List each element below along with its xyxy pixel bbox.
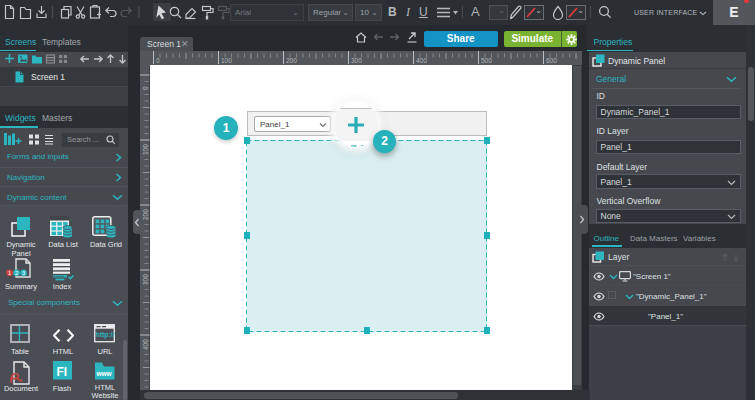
svg-text:www: www (96, 370, 113, 377)
svg-text:100: 100 (221, 57, 232, 64)
svg-text:500: 500 (481, 57, 492, 64)
svg-text:0: 0 (156, 57, 160, 64)
svg-text:200: 200 (286, 57, 297, 64)
svg-text:400: 400 (416, 57, 427, 64)
svg-text:1: 1 (8, 270, 11, 276)
svg-text:600: 600 (546, 57, 557, 64)
svg-text:2: 2 (15, 270, 18, 276)
svg-text:300: 300 (351, 57, 362, 64)
svg-text:3: 3 (22, 270, 25, 276)
svg-text:Fl: Fl (57, 365, 68, 379)
svg-text:http://: http:// (96, 331, 115, 339)
